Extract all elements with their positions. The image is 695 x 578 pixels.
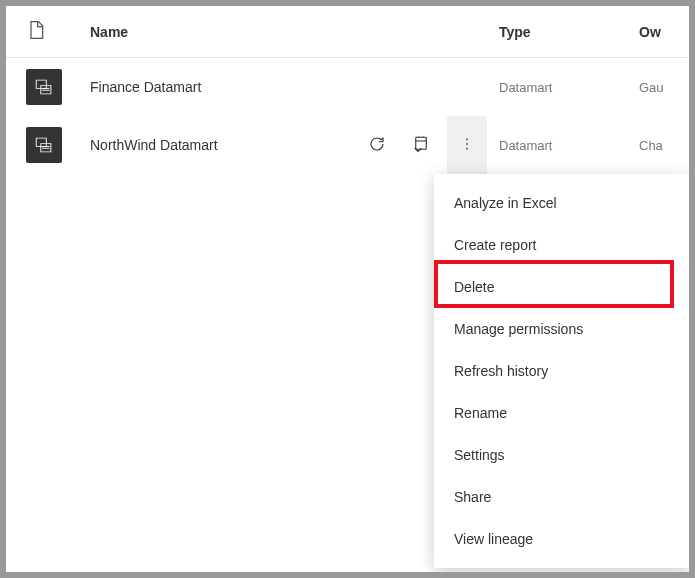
svg-rect-3 bbox=[42, 148, 49, 149]
menu-analyze-excel[interactable]: Analyze in Excel bbox=[434, 182, 689, 224]
datamart-icon bbox=[26, 69, 62, 105]
item-type: Datamart bbox=[499, 138, 639, 153]
refresh-button[interactable] bbox=[359, 127, 395, 163]
file-icon bbox=[26, 20, 46, 43]
menu-delete[interactable]: Delete bbox=[434, 266, 689, 308]
svg-point-7 bbox=[466, 147, 468, 149]
item-icon-col bbox=[26, 127, 90, 163]
menu-view-lineage[interactable]: View lineage bbox=[434, 518, 689, 560]
item-name[interactable]: Finance Datamart bbox=[90, 79, 359, 95]
item-name[interactable]: NorthWind Datamart bbox=[90, 137, 359, 153]
menu-rename[interactable]: Rename bbox=[434, 392, 689, 434]
header-icon-col bbox=[26, 20, 90, 43]
svg-point-6 bbox=[466, 143, 468, 145]
menu-settings[interactable]: Settings bbox=[434, 434, 689, 476]
svg-rect-2 bbox=[42, 146, 49, 147]
table-row[interactable]: Finance Datamart Datamart Gau bbox=[6, 58, 689, 116]
menu-refresh-history[interactable]: Refresh history bbox=[434, 350, 689, 392]
item-icon-col bbox=[26, 69, 90, 105]
svg-rect-0 bbox=[42, 88, 49, 89]
menu-manage-permissions[interactable]: Manage permissions bbox=[434, 308, 689, 350]
row-actions bbox=[359, 116, 499, 174]
item-owner: Gau bbox=[639, 80, 689, 95]
column-header-row: Name Type Ow bbox=[6, 6, 689, 58]
header-owner[interactable]: Ow bbox=[639, 24, 689, 40]
svg-rect-1 bbox=[42, 90, 49, 91]
svg-rect-4 bbox=[416, 137, 427, 149]
header-name[interactable]: Name bbox=[90, 24, 359, 40]
datamart-icon bbox=[26, 127, 62, 163]
schedule-button[interactable] bbox=[403, 127, 439, 163]
header-type[interactable]: Type bbox=[499, 24, 639, 40]
schedule-icon bbox=[412, 135, 430, 156]
table-row[interactable]: NorthWind Datamart Datamart Cha bbox=[6, 116, 689, 174]
context-menu: Analyze in Excel Create report Delete Ma… bbox=[434, 174, 689, 568]
item-type: Datamart bbox=[499, 80, 639, 95]
item-owner: Cha bbox=[639, 138, 689, 153]
menu-create-report[interactable]: Create report bbox=[434, 224, 689, 266]
refresh-icon bbox=[368, 135, 386, 156]
menu-share[interactable]: Share bbox=[434, 476, 689, 518]
svg-point-5 bbox=[466, 138, 468, 140]
more-vertical-icon bbox=[459, 136, 475, 155]
more-options-button[interactable] bbox=[447, 116, 487, 174]
content-list: Name Type Ow Finance Datamart Datamart G… bbox=[6, 6, 689, 572]
